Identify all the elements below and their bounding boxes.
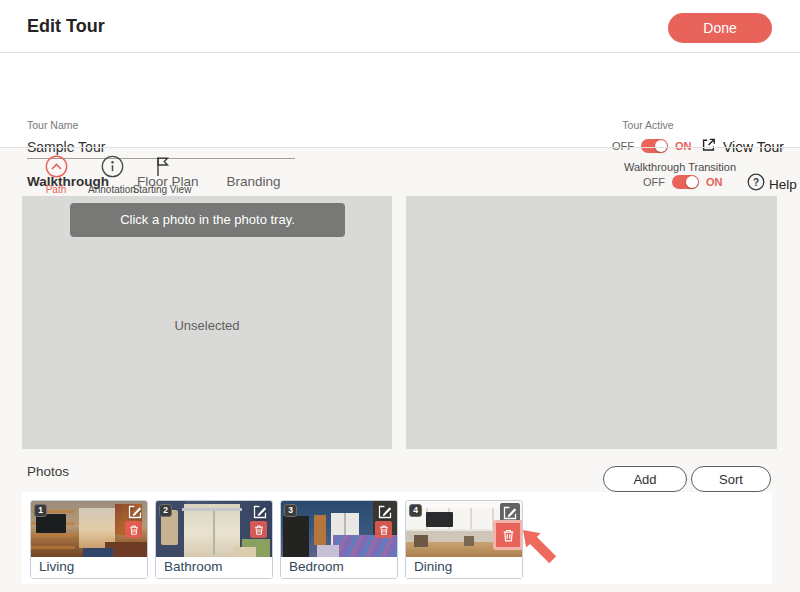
thumbnail-art bbox=[314, 515, 326, 545]
tool-path-label: Path bbox=[26, 184, 86, 195]
info-circle-icon bbox=[101, 155, 124, 182]
edit-photo-icon[interactable] bbox=[252, 504, 268, 520]
tour-active-on-label: ON bbox=[675, 140, 692, 152]
photo-card-bedroom[interactable]: 3 Bedroom bbox=[280, 500, 398, 579]
walkthrough-transition-label: Walkthrough Transition bbox=[615, 161, 745, 173]
photo-thumbnail: 2 bbox=[156, 501, 272, 557]
photo-number-badge: 4 bbox=[409, 504, 422, 517]
add-photo-button[interactable]: Add bbox=[603, 466, 687, 492]
tour-name-label: Tour Name bbox=[27, 119, 78, 131]
delete-photo-icon-highlighted[interactable] bbox=[493, 520, 522, 550]
thumbnail-art bbox=[317, 545, 339, 557]
thumbnail-art bbox=[213, 511, 215, 555]
photo-card-living[interactable]: 1 Living bbox=[30, 500, 148, 579]
done-button[interactable]: Done bbox=[668, 13, 772, 43]
photo-name-label: Living bbox=[31, 557, 147, 578]
page-title: Edit Tour bbox=[27, 16, 105, 37]
tool-starting-view-label: Starting View bbox=[132, 184, 192, 195]
help-question-icon: ? bbox=[747, 173, 765, 195]
thumbnail-art bbox=[83, 548, 113, 557]
unselected-placeholder: Unselected bbox=[22, 318, 392, 333]
tour-settings-bar: Tour Name Tour Active OFF ON View Tour W… bbox=[0, 53, 800, 148]
photo-tray: 1 Living 2 Bathroom bbox=[22, 492, 772, 584]
walkthrough-transition-toggle-row: OFF ON bbox=[643, 175, 723, 189]
photo-thumbnail: 4 bbox=[406, 501, 522, 557]
photo-name-label: Bedroom bbox=[281, 557, 397, 578]
walkthrough-editor-panel[interactable]: Click a photo in the photo tray. Unselec… bbox=[22, 196, 392, 449]
header-bar: Edit Tour Done bbox=[0, 0, 800, 53]
preview-panel[interactable] bbox=[406, 196, 777, 449]
edit-photo-icon[interactable] bbox=[377, 504, 393, 520]
toggle-knob bbox=[686, 176, 698, 188]
pointer-arrow-annotation bbox=[519, 526, 565, 576]
thumbnail-art bbox=[234, 547, 256, 557]
thumbnail-art bbox=[414, 535, 428, 547]
thumbnail-art bbox=[184, 504, 240, 557]
thumbnail-art bbox=[426, 512, 453, 527]
tool-path[interactable]: Path bbox=[26, 155, 86, 195]
tour-active-off-label: OFF bbox=[612, 140, 634, 152]
transition-on-label: ON bbox=[706, 176, 723, 188]
thumbnail-art bbox=[333, 535, 397, 557]
photo-number-badge: 3 bbox=[284, 504, 297, 517]
edit-photo-icon[interactable] bbox=[127, 504, 143, 520]
tour-active-label: Tour Active bbox=[600, 119, 696, 131]
photo-name-label: Bathroom bbox=[156, 557, 272, 578]
help-label: Help bbox=[769, 177, 797, 192]
delete-photo-icon[interactable] bbox=[375, 521, 392, 538]
tabs-divider bbox=[0, 147, 800, 148]
photo-number-badge: 2 bbox=[159, 504, 172, 517]
transition-off-label: OFF bbox=[643, 176, 665, 188]
thumbnail-art bbox=[464, 536, 474, 546]
svg-text:?: ? bbox=[753, 177, 759, 188]
photos-section-label: Photos bbox=[27, 464, 69, 479]
photo-tray-tooltip: Click a photo in the photo tray. bbox=[70, 203, 345, 237]
tool-starting-view[interactable]: Starting View bbox=[132, 155, 192, 195]
photo-card-dining[interactable]: 4 Dining bbox=[405, 500, 523, 579]
tour-active-toggle[interactable] bbox=[641, 139, 668, 153]
thumbnail-art bbox=[182, 508, 242, 511]
chevron-up-circle-icon bbox=[45, 155, 68, 182]
photo-thumbnail: 3 bbox=[281, 501, 397, 557]
photo-number-badge: 1 bbox=[34, 504, 47, 517]
tour-active-toggle-row: OFF ON bbox=[612, 139, 692, 153]
photo-card-bathroom[interactable]: 2 Bathroom bbox=[155, 500, 273, 579]
walkthrough-transition-toggle[interactable] bbox=[672, 175, 699, 189]
toggle-knob bbox=[655, 140, 667, 152]
thumbnail-art bbox=[283, 516, 309, 557]
delete-photo-icon[interactable] bbox=[125, 521, 142, 538]
photo-thumbnail: 1 bbox=[31, 501, 147, 557]
photo-name-label: Dining bbox=[406, 557, 522, 578]
delete-photo-icon[interactable] bbox=[250, 521, 267, 538]
flag-icon bbox=[151, 155, 174, 182]
sort-photos-button[interactable]: Sort bbox=[691, 466, 771, 492]
help-link[interactable]: ? Help bbox=[747, 173, 797, 195]
